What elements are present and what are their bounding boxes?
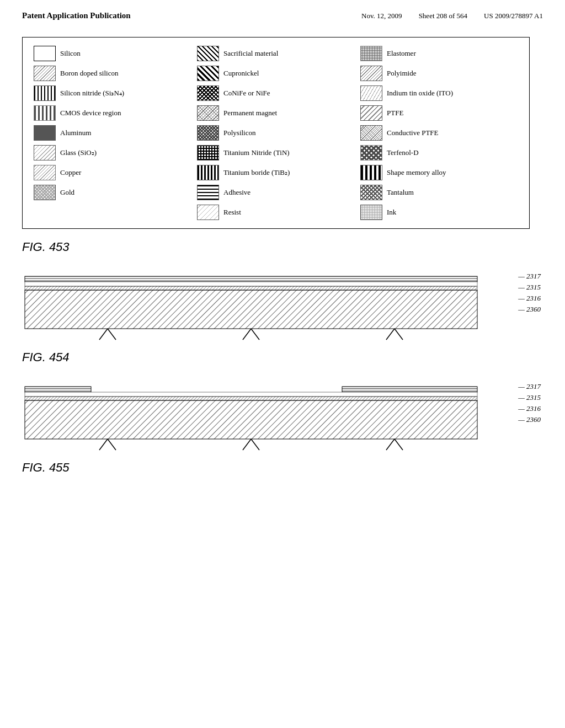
label-2360-455: — 2360 bbox=[518, 415, 541, 424]
svg-rect-7 bbox=[25, 286, 477, 290]
legend-item-terfenol: Terfenol-D bbox=[360, 145, 518, 160]
legend-item-sacrificial: Sacrificial material bbox=[197, 46, 355, 61]
svg-line-28 bbox=[251, 439, 259, 450]
legend-item-glass: Glass (SiO₂) bbox=[34, 145, 191, 160]
label-ink: Ink bbox=[387, 208, 396, 217]
legend-item-cupronickel: Cupronickel bbox=[197, 66, 355, 81]
label-ptfe: PTFE bbox=[387, 109, 403, 117]
swatch-sacrificial bbox=[197, 46, 219, 61]
publication-date: Nov. 12, 2009 bbox=[361, 12, 402, 20]
swatch-terfenol bbox=[360, 145, 382, 160]
svg-rect-23 bbox=[25, 392, 477, 397]
svg-rect-24 bbox=[25, 397, 477, 400]
patent-number: US 2009/278897 A1 bbox=[484, 12, 543, 20]
swatch-conife bbox=[197, 85, 219, 101]
label-tantalum: Tantalum bbox=[387, 188, 414, 197]
label-titanium-nitride: Titanium Nitride (TiN) bbox=[223, 148, 290, 157]
legend-item-ito: Indium tin oxide (ITO) bbox=[360, 85, 518, 101]
svg-rect-5 bbox=[25, 276, 477, 282]
label-glass: Glass (SiO₂) bbox=[60, 148, 97, 157]
label-adhesive: Adhesive bbox=[223, 188, 250, 197]
svg-line-12 bbox=[386, 329, 395, 340]
label-polysilicon: Polysilicon bbox=[223, 129, 256, 137]
label-boron: Boron doped silicon bbox=[60, 69, 118, 78]
legend-item-conductive-ptfe: Conductive PTFE bbox=[360, 125, 518, 141]
label-elastomer: Elastomer bbox=[387, 49, 416, 58]
swatch-conductive-ptfe bbox=[360, 125, 382, 141]
publication-title: Patent Application Publication bbox=[22, 11, 131, 20]
swatch-boron bbox=[34, 66, 56, 81]
legend-item-polysilicon: Polysilicon bbox=[197, 125, 355, 141]
swatch-glass bbox=[34, 145, 56, 160]
svg-line-29 bbox=[386, 439, 395, 450]
svg-line-10 bbox=[243, 329, 251, 340]
label-conductive-ptfe: Conductive PTFE bbox=[387, 129, 439, 137]
legend-item-titanium-boride: Titanium boride (TiB₂) bbox=[197, 165, 355, 180]
svg-rect-21 bbox=[25, 387, 91, 390]
svg-line-25 bbox=[99, 439, 108, 450]
swatch-cupronickel bbox=[197, 66, 219, 81]
label-shape-memory: Shape memory alloy bbox=[387, 168, 446, 177]
label-2317-454: — 2317 bbox=[518, 272, 541, 281]
label-copper: Copper bbox=[60, 168, 81, 177]
fig455-svg bbox=[22, 381, 486, 453]
label-sacrificial: Sacrificial material bbox=[223, 49, 278, 58]
fig455-labels: — 2317 — 2315 — 2316 — 2360 bbox=[518, 382, 541, 426]
legend-grid: Silicon Sacrificial material Elastomer B… bbox=[34, 46, 518, 220]
swatch-polyimide bbox=[360, 66, 382, 81]
legend-item-silicon-nitride: Silicon nitride (Si₃N₄) bbox=[34, 85, 191, 101]
label-2315-455: — 2315 bbox=[518, 393, 541, 402]
legend-item-ink: Ink bbox=[360, 205, 518, 220]
legend-item-resist: Resist bbox=[197, 205, 355, 220]
svg-line-9 bbox=[108, 329, 116, 340]
fig454-labels: — 2317 — 2315 — 2316 — 2360 bbox=[518, 272, 541, 316]
swatch-adhesive bbox=[197, 185, 219, 200]
svg-rect-22 bbox=[342, 387, 477, 390]
label-aluminum: Aluminum bbox=[60, 129, 91, 137]
swatch-ito bbox=[360, 85, 382, 101]
legend-item-copper: Copper bbox=[34, 165, 191, 180]
legend-item-gold: Gold bbox=[34, 185, 191, 200]
label-cmos: CMOS device region bbox=[60, 109, 121, 117]
legend-item-silicon: Silicon bbox=[34, 46, 191, 61]
fig453-caption: FIG. 453 bbox=[22, 240, 543, 254]
label-silicon: Silicon bbox=[60, 49, 81, 58]
legend-item-cmos: CMOS device region bbox=[34, 105, 191, 121]
label-2315-454: — 2315 bbox=[518, 283, 541, 292]
legend-item-tantalum: Tantalum bbox=[360, 185, 518, 200]
swatch-cmos bbox=[34, 105, 56, 121]
label-cupronickel: Cupronickel bbox=[223, 69, 259, 78]
swatch-aluminum bbox=[34, 125, 56, 141]
legend-item-boron: Boron doped silicon bbox=[34, 66, 191, 81]
svg-rect-6 bbox=[25, 282, 477, 286]
legend-item-shape-memory: Shape memory alloy bbox=[360, 165, 518, 180]
svg-line-27 bbox=[243, 439, 251, 450]
label-2316-455: — 2316 bbox=[518, 404, 541, 413]
svg-line-13 bbox=[395, 329, 403, 340]
svg-line-8 bbox=[99, 329, 108, 340]
label-2316-454: — 2316 bbox=[518, 294, 541, 303]
fig455-diagram: — 2317 — 2315 — 2316 — 2360 bbox=[22, 381, 541, 455]
swatch-polysilicon bbox=[197, 125, 219, 141]
legend-item-elastomer: Elastomer bbox=[360, 46, 518, 61]
swatch-titanium-nitride bbox=[197, 145, 219, 160]
swatch-ptfe bbox=[360, 105, 382, 121]
swatch-copper bbox=[34, 165, 56, 180]
legend-box: Silicon Sacrificial material Elastomer B… bbox=[22, 37, 530, 229]
swatch-resist bbox=[197, 205, 219, 220]
swatch-silicon bbox=[34, 46, 56, 61]
label-resist: Resist bbox=[223, 208, 241, 217]
label-2317-455: — 2317 bbox=[518, 382, 541, 391]
legend-item-empty bbox=[34, 205, 191, 220]
swatch-permanent bbox=[197, 105, 219, 121]
label-terfenol: Terfenol-D bbox=[387, 148, 419, 157]
swatch-shape-memory bbox=[360, 165, 382, 180]
svg-line-11 bbox=[251, 329, 259, 340]
legend-item-conife: CoNiFe or NiFe bbox=[197, 85, 355, 101]
label-2360-454: — 2360 bbox=[518, 305, 541, 314]
page-header: Patent Application Publication Nov. 12, … bbox=[22, 11, 543, 20]
label-gold: Gold bbox=[60, 188, 74, 197]
swatch-gold bbox=[34, 185, 56, 200]
swatch-silicon-nitride bbox=[34, 85, 56, 101]
label-conife: CoNiFe or NiFe bbox=[223, 89, 270, 98]
